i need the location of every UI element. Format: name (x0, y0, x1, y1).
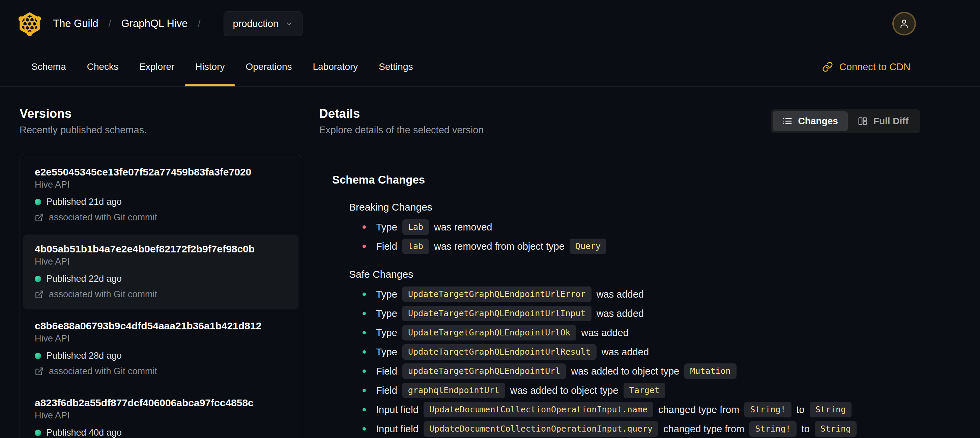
schema-coordinate-chip: Mutation (684, 363, 736, 379)
change-text: was removed (434, 222, 492, 233)
schema-changes-section: Schema Changes Breaking Changes TypeLabw… (319, 172, 960, 437)
tab-operations[interactable]: Operations (245, 47, 292, 86)
version-published-status: Published 28d ago (35, 350, 287, 362)
tab-schema[interactable]: Schema (31, 47, 66, 86)
breaking-changes-group: Breaking Changes TypeLabwas removedField… (349, 200, 960, 255)
breadcrumb-org[interactable]: The Guild (53, 18, 98, 30)
changes-view-button[interactable]: Changes (773, 111, 848, 131)
tab-explorer[interactable]: Explorer (139, 47, 174, 86)
change-text: Field (376, 241, 397, 252)
schema-coordinate-chip: Lab (402, 219, 429, 235)
tab-history[interactable]: History (195, 47, 224, 86)
list-icon (783, 116, 792, 126)
schema-coordinate-chip: UpdateTargetGraphQLEndpointUrlResult (402, 344, 597, 360)
schema-coordinate-chip: String! (744, 402, 791, 417)
schema-coordinate-chip: String (810, 402, 851, 417)
safe-change-item: TypeUpdateTargetGraphQLEndpointUrlResult… (363, 344, 960, 360)
version-list-item[interactable]: e2e55045345ce13fe07f52a77459b83fa3fe7020… (23, 158, 299, 233)
schema-coordinate-chip: UpdateTargetGraphQLEndpointUrlError (402, 287, 592, 302)
chevron-down-icon (285, 20, 293, 28)
version-published-status: Published 40d ago (35, 427, 287, 438)
change-text: changed type from (663, 424, 744, 435)
schema-coordinate-chip: Query (570, 239, 606, 254)
version-list-item[interactable]: c8b6e88a06793b9c4dfd54aaa21b36a1b421d812… (23, 311, 299, 386)
user-menu-button[interactable] (892, 12, 916, 35)
change-text: was added to object type (510, 385, 619, 396)
link-icon (822, 61, 833, 72)
safe-changes-list: TypeUpdateTargetGraphQLEndpointUrlErrorw… (349, 286, 960, 437)
published-text: Published 22d ago (46, 273, 122, 285)
git-commit-text: associated with Git commit (49, 288, 157, 300)
connect-to-cdn-button[interactable]: Connect to CDN (822, 47, 910, 86)
breaking-changes-title: Breaking Changes (349, 200, 960, 214)
versions-subtitle: Recently published schemas. (19, 123, 302, 137)
published-text: Published 40d ago (46, 427, 122, 438)
breaking-bullet-icon (363, 225, 366, 229)
version-service-name: Hive API (35, 178, 287, 191)
schema-coordinate-chip: String (815, 421, 857, 436)
change-text: was added (601, 347, 649, 358)
git-commit-link[interactable]: associated with Git commit (35, 365, 287, 377)
change-text: was added to object type (571, 366, 679, 377)
schema-changes-title: Schema Changes (332, 172, 960, 187)
schema-coordinate-chip: graphqlEndpointUrl (402, 383, 505, 398)
full-diff-view-button[interactable]: Full Diff (848, 111, 918, 131)
external-link-icon (35, 367, 44, 376)
target-selector-value: production (233, 18, 278, 29)
version-service-name: Hive API (35, 255, 287, 268)
git-commit-text: associated with Git commit (49, 212, 157, 223)
connect-to-cdn-label: Connect to CDN (839, 61, 910, 73)
tab-checks[interactable]: Checks (87, 47, 118, 86)
breadcrumb-project[interactable]: GraphQL Hive (121, 18, 188, 30)
change-text: to (802, 424, 810, 435)
safe-bullet-icon (363, 312, 366, 315)
change-text: changed type from (658, 404, 739, 416)
safe-bullet-icon (363, 293, 366, 296)
change-text: Type (376, 289, 397, 300)
safe-change-item: TypeUpdateTargetGraphQLEndpointUrlInputw… (363, 306, 960, 322)
change-text: Type (376, 347, 397, 358)
safe-change-item: TypeUpdateTargetGraphQLEndpointUrlErrorw… (363, 286, 960, 303)
app-header: The Guild / GraphQL Hive / production (0, 0, 980, 47)
safe-change-item: Input fieldUpdateDocumentCollectionOpera… (363, 401, 960, 418)
version-hash: 4b05ab51b1b4a7e2e4b0ef82172f2b9f7ef98c0b (35, 243, 287, 255)
hive-logo-icon[interactable] (19, 11, 41, 36)
tab-bar: SchemaChecksExplorerHistoryOperationsLab… (0, 47, 980, 87)
version-published-status: Published 21d ago (35, 196, 287, 207)
change-text: Input field (376, 404, 418, 416)
tab-settings[interactable]: Settings (379, 47, 413, 86)
breadcrumb-separator: / (197, 18, 200, 29)
tabs: SchemaChecksExplorerHistoryOperationsLab… (31, 47, 434, 86)
git-commit-link[interactable]: associated with Git commit (35, 288, 287, 300)
version-service-name: Hive API (35, 409, 287, 422)
versions-list: e2e55045345ce13fe07f52a77459b83fa3fe7020… (19, 154, 302, 438)
schema-coordinate-chip: UpdateDocumentCollectionOperationInput.q… (423, 421, 658, 436)
change-text: was removed from object type (434, 241, 565, 252)
breadcrumb-separator: / (108, 18, 111, 29)
version-list-item[interactable]: 4b05ab51b1b4a7e2e4b0ef82172f2b9f7ef98c0b… (23, 234, 299, 309)
schema-coordinate-chip: UpdateTargetGraphQLEndpointUrlInput (402, 306, 592, 321)
user-icon (899, 18, 910, 29)
version-hash: e2e55045345ce13fe07f52a77459b83fa3fe7020 (35, 166, 287, 178)
breaking-change-item: Fieldlabwas removed from object typeQuer… (363, 238, 960, 255)
safe-bullet-icon (363, 331, 366, 334)
schema-coordinate-chip: String! (749, 421, 796, 436)
details-panel: Details Explore details of the selected … (319, 106, 960, 438)
safe-change-item: Input fieldUpdateDocumentCollectionOpera… (363, 421, 960, 437)
changes-view-label: Changes (798, 116, 838, 127)
versions-title: Versions (19, 106, 302, 121)
view-toggle: Changes Full Diff (771, 109, 920, 133)
version-hash: a823f6db2a55df877dcf406006abca97fcc4858c (35, 397, 287, 409)
tab-laboratory[interactable]: Laboratory (313, 47, 358, 86)
git-commit-link[interactable]: associated with Git commit (35, 212, 287, 223)
schema-coordinate-chip: lab (402, 239, 429, 254)
version-list-item[interactable]: a823f6db2a55df877dcf406006abca97fcc4858c… (23, 389, 299, 438)
change-text: Field (376, 366, 397, 377)
schema-coordinate-chip: UpdateDocumentCollectionOperationInput.n… (423, 402, 653, 417)
safe-changes-title: Safe Changes (349, 267, 960, 282)
target-selector[interactable]: production (224, 11, 302, 36)
safe-bullet-icon (363, 427, 366, 430)
change-text: Type (376, 327, 397, 338)
change-text: to (797, 404, 805, 416)
safe-bullet-icon (363, 350, 366, 354)
